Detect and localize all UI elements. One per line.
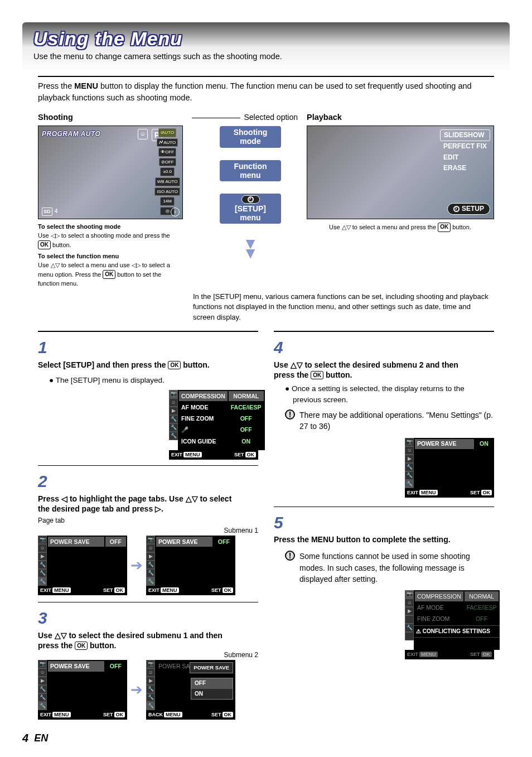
page-lang: EN — [34, 732, 48, 744]
submenu1-label: Submenu 1 — [38, 526, 258, 536]
page-footer: 4 EN — [22, 732, 510, 745]
side-icon: ⊘OFF — [159, 158, 176, 167]
select-function-h: To select the function menu — [38, 252, 183, 261]
side-icon: ISO AUTO — [154, 187, 180, 196]
setup-paragraph: In the [SETUP] menu, various camera func… — [193, 292, 494, 324]
callout-function-menu: Function menu — [220, 160, 281, 181]
page-subtitle: Use the menu to change camera settings s… — [33, 52, 499, 61]
submenu-title: POWER SAVE — [190, 662, 233, 673]
playback-note: Use △▽ to select a menu and press the OK… — [307, 223, 494, 232]
playback-heading: Playback — [307, 112, 494, 123]
playback-item: EDIT — [440, 152, 490, 163]
playback-menu: SLIDESHOW PERFECT FIX EDIT ERASE — [440, 129, 490, 174]
lcd-power-on: 📷☺▶🔧🔧🔧 POWER SAVEON EXITMENUSETOK — [405, 438, 494, 498]
callout-setup-menu: [SETUP]menu — [220, 194, 281, 224]
step5-note: ! Some functions cannot be used in some … — [274, 551, 494, 585]
select-function-body: Use △▽ to select a menu and use ◁▷ to se… — [38, 261, 183, 288]
face-icon: ☺ — [138, 129, 148, 139]
setup-pill: SETUP — [447, 203, 490, 215]
shooting-screen: PROGRAM AUTO ☺ P iAUTO 🗲AUTO 👁OFF ⊘OFF ±… — [38, 126, 183, 219]
submenu2-label: Submenu 2 — [38, 650, 258, 660]
arrow-right-icon: ➔ — [130, 679, 143, 701]
down-arrow-icon: ▼▼ — [220, 239, 281, 258]
page-tab-label: Page tab — [38, 516, 258, 525]
side-icon-strip: iAUTO 🗲AUTO 👁OFF ⊘OFF ±0.0 WB AUTO ISO A… — [154, 128, 180, 215]
side-icon: 🗲AUTO — [157, 138, 178, 147]
shooting-heading: Shooting — [38, 112, 183, 123]
intro-a: Press the — [38, 81, 74, 90]
side-icon: 14M — [160, 197, 175, 206]
sd-badge: SD4 — [42, 207, 58, 216]
step-2: 2 Press ◁ to highlight the page tabs. Us… — [38, 469, 258, 514]
submenu-options: OFF ON — [191, 678, 233, 700]
callout-shooting-mode: Shooting mode — [220, 126, 281, 147]
page-number: 4 — [22, 732, 28, 745]
playback-item: SLIDESHOW — [440, 129, 490, 141]
conflict-warning: ⚠ CONFLICTING SETTINGS — [414, 625, 500, 638]
step-number: 2 — [38, 469, 52, 494]
arrow-right-icon: ➔ — [130, 555, 143, 576]
step-5: 5 Press the MENU button to complete the … — [274, 510, 494, 547]
step-number: 5 — [274, 510, 288, 535]
lcd-pagetab-left: 📷☺▶🔧🔧🔧 POWER SAVEOFF EXITMENUSETOK — [38, 536, 127, 595]
intro-menu: MENU — [74, 81, 98, 90]
step1-bullet: ● The [SETUP] menu is displayed. — [38, 375, 258, 386]
setup-circle-icon: › — [171, 208, 180, 216]
lcd-submenu-right: 📷☺▶🔧🔧🔧 POWER SAVE POWER SAVE OFF ON BACK… — [146, 660, 235, 720]
step-number: 4 — [274, 335, 288, 360]
mode-label: PROGRAM AUTO — [42, 129, 100, 139]
header-banner: Using the Menu Use the menu to change ca… — [22, 22, 510, 73]
step-4: 4 Use △▽ to select the desired submenu 2… — [274, 335, 494, 380]
step4-bullet: ● Once a setting is selected, the displa… — [274, 383, 494, 405]
playback-item: PERFECT FIX — [440, 141, 490, 152]
page-title: Using the Menu — [33, 28, 499, 50]
intro-c: button to display the function menu. The… — [38, 81, 472, 102]
lcd-pagetab-right: 📷☺▶🔧🔧🔧 POWER SAVEOFF EXITMENUSETOK — [146, 536, 235, 595]
select-shooting-body: Use ◁▷ to select a shooting mode and pre… — [38, 232, 183, 250]
lcd-conflict: 📷☺▶🔧 COMPRESSIONNORMAL AF MODEFACE/iESP … — [405, 590, 494, 659]
step-1: 1 Select [SETUP] and then press the OK b… — [38, 335, 258, 372]
side-icon: 👁OFF — [158, 148, 176, 157]
intro-text: Press the MENU button to display the fun… — [38, 80, 494, 104]
select-shooting-h: To select the shooting mode — [38, 223, 183, 232]
side-icon: ±0.0 — [160, 167, 175, 176]
iauto-icon: iAUTO — [158, 128, 176, 137]
step4-note: ! There may be additional operations. "M… — [274, 409, 494, 432]
note-icon: ! — [285, 551, 295, 561]
playback-item: ERASE — [440, 163, 490, 173]
step-3: 3 Use △▽ to select the desired submenu 1… — [38, 606, 258, 650]
lcd-setup-menu: 📷☺▶🔧🔧🔧 COMPRESSIONNORMAL AF MODEFACE/iES… — [169, 390, 258, 460]
selected-option-label: Selected option — [244, 112, 298, 123]
side-icon: WB AUTO — [155, 177, 180, 186]
step-number: 1 — [38, 335, 52, 360]
lcd-submenu-left: 📷☺▶🔧🔧🔧 POWER SAVEOFF EXITMENUSETOK — [38, 660, 127, 720]
step-number: 3 — [38, 606, 52, 630]
page: Using the Menu Use the menu to change ca… — [0, 0, 532, 756]
note-icon: ! — [285, 409, 295, 420]
playback-screen: SLIDESHOW PERFECT FIX EDIT ERASE SETUP — [307, 126, 494, 219]
